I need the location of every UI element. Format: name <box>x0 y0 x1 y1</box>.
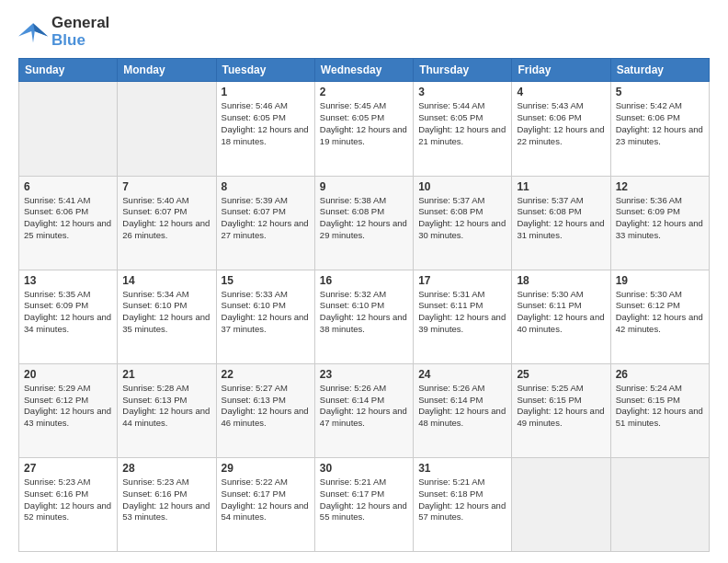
calendar-cell <box>118 82 216 176</box>
sunset-text: Sunset: 6:08 PM <box>517 206 581 216</box>
daylight-text: Daylight: 12 hours and 30 minutes. <box>418 218 506 240</box>
sunrise-text: Sunrise: 5:41 AM <box>24 195 90 205</box>
calendar-cell: 11Sunrise: 5:37 AMSunset: 6:08 PMDayligh… <box>512 176 610 270</box>
day-info: Sunrise: 5:40 AMSunset: 6:07 PMDaylight:… <box>122 195 210 242</box>
svg-marker-1 <box>33 23 48 36</box>
calendar-cell: 19Sunrise: 5:30 AMSunset: 6:12 PMDayligh… <box>610 270 709 363</box>
sunrise-text: Sunrise: 5:33 AM <box>222 289 288 299</box>
day-info: Sunrise: 5:43 AMSunset: 6:06 PMDaylight:… <box>517 100 605 147</box>
sunset-text: Sunset: 6:12 PM <box>24 395 88 405</box>
calendar-cell: 7Sunrise: 5:40 AMSunset: 6:07 PMDaylight… <box>118 176 216 270</box>
daylight-text: Daylight: 12 hours and 37 minutes. <box>222 312 309 334</box>
sunset-text: Sunset: 6:06 PM <box>616 112 680 122</box>
daylight-text: Daylight: 12 hours and 49 minutes. <box>517 406 604 428</box>
calendar-cell: 22Sunrise: 5:27 AMSunset: 6:13 PMDayligh… <box>216 363 314 457</box>
calendar-cell: 9Sunrise: 5:38 AMSunset: 6:08 PMDaylight… <box>314 176 413 270</box>
sunrise-text: Sunrise: 5:22 AM <box>222 477 288 487</box>
day-info: Sunrise: 5:31 AMSunset: 6:11 PMDaylight:… <box>418 289 506 336</box>
sunset-text: Sunset: 6:14 PM <box>418 395 483 405</box>
daylight-text: Daylight: 12 hours and 27 minutes. <box>222 218 309 240</box>
calendar-cell: 18Sunrise: 5:30 AMSunset: 6:11 PMDayligh… <box>512 270 610 363</box>
sunrise-text: Sunrise: 5:35 AM <box>24 289 90 299</box>
day-info: Sunrise: 5:46 AMSunset: 6:05 PMDaylight:… <box>222 100 310 147</box>
daylight-text: Daylight: 12 hours and 33 minutes. <box>616 218 703 240</box>
day-info: Sunrise: 5:41 AMSunset: 6:06 PMDaylight:… <box>24 195 112 242</box>
header: General Blue <box>18 15 710 49</box>
day-of-week-header: Sunday <box>19 59 118 82</box>
day-info: Sunrise: 5:26 AMSunset: 6:14 PMDaylight:… <box>320 383 408 430</box>
day-number: 25 <box>517 368 605 381</box>
day-info: Sunrise: 5:39 AMSunset: 6:07 PMDaylight:… <box>222 195 310 242</box>
day-number: 5 <box>616 86 704 98</box>
daylight-text: Daylight: 12 hours and 48 minutes. <box>418 406 506 428</box>
day-number: 31 <box>418 462 506 475</box>
calendar-cell: 5Sunrise: 5:42 AMSunset: 6:06 PMDaylight… <box>610 82 709 176</box>
day-number: 30 <box>320 462 408 475</box>
logo: General Blue <box>18 15 109 49</box>
day-number: 24 <box>418 368 506 381</box>
daylight-text: Daylight: 12 hours and 18 minutes. <box>222 124 309 146</box>
day-number: 17 <box>418 274 506 287</box>
sunrise-text: Sunrise: 5:43 AM <box>517 100 583 110</box>
sunset-text: Sunset: 6:13 PM <box>222 395 286 405</box>
calendar-week-row: 13Sunrise: 5:35 AMSunset: 6:09 PMDayligh… <box>19 270 710 363</box>
day-number: 20 <box>24 368 112 381</box>
day-info: Sunrise: 5:44 AMSunset: 6:05 PMDaylight:… <box>418 100 506 147</box>
day-number: 23 <box>320 368 408 381</box>
calendar-cell: 15Sunrise: 5:33 AMSunset: 6:10 PMDayligh… <box>216 270 314 363</box>
calendar-cell: 30Sunrise: 5:21 AMSunset: 6:17 PMDayligh… <box>314 457 413 551</box>
day-number: 3 <box>418 86 506 98</box>
day-info: Sunrise: 5:34 AMSunset: 6:10 PMDaylight:… <box>122 289 210 336</box>
sunrise-text: Sunrise: 5:32 AM <box>320 289 386 299</box>
sunset-text: Sunset: 6:05 PM <box>418 112 483 122</box>
day-number: 28 <box>122 462 210 475</box>
calendar-cell: 29Sunrise: 5:22 AMSunset: 6:17 PMDayligh… <box>216 457 314 551</box>
sunset-text: Sunset: 6:12 PM <box>616 300 680 310</box>
logo-icon <box>18 19 48 45</box>
day-number: 15 <box>222 274 310 287</box>
day-number: 6 <box>24 180 112 193</box>
calendar-cell: 27Sunrise: 5:23 AMSunset: 6:16 PMDayligh… <box>19 457 118 551</box>
sunrise-text: Sunrise: 5:40 AM <box>122 195 188 205</box>
calendar-week-row: 6Sunrise: 5:41 AMSunset: 6:06 PMDaylight… <box>19 176 710 270</box>
day-info: Sunrise: 5:38 AMSunset: 6:08 PMDaylight:… <box>320 195 408 242</box>
daylight-text: Daylight: 12 hours and 54 minutes. <box>222 500 309 523</box>
day-info: Sunrise: 5:21 AMSunset: 6:18 PMDaylight:… <box>418 477 506 523</box>
day-of-week-header: Monday <box>118 59 216 82</box>
sunrise-text: Sunrise: 5:37 AM <box>517 195 583 205</box>
sunset-text: Sunset: 6:17 PM <box>320 488 384 499</box>
daylight-text: Daylight: 12 hours and 44 minutes. <box>122 406 210 428</box>
day-of-week-header: Tuesday <box>216 59 314 82</box>
day-info: Sunrise: 5:37 AMSunset: 6:08 PMDaylight:… <box>418 195 506 242</box>
daylight-text: Daylight: 12 hours and 40 minutes. <box>517 312 604 334</box>
sunset-text: Sunset: 6:07 PM <box>122 206 187 216</box>
sunrise-text: Sunrise: 5:45 AM <box>320 100 386 110</box>
sunrise-text: Sunrise: 5:23 AM <box>24 477 90 487</box>
day-of-week-header: Wednesday <box>314 59 413 82</box>
sunset-text: Sunset: 6:05 PM <box>320 112 384 122</box>
day-number: 16 <box>320 274 408 287</box>
day-info: Sunrise: 5:22 AMSunset: 6:17 PMDaylight:… <box>222 477 310 523</box>
sunset-text: Sunset: 6:06 PM <box>517 112 581 122</box>
calendar-cell: 28Sunrise: 5:23 AMSunset: 6:16 PMDayligh… <box>118 457 216 551</box>
day-of-week-header: Saturday <box>610 59 709 82</box>
calendar-cell: 6Sunrise: 5:41 AMSunset: 6:06 PMDaylight… <box>19 176 118 270</box>
calendar-cell <box>19 82 118 176</box>
sunrise-text: Sunrise: 5:26 AM <box>320 383 386 393</box>
calendar-cell: 31Sunrise: 5:21 AMSunset: 6:18 PMDayligh… <box>414 457 512 551</box>
day-number: 8 <box>222 180 310 193</box>
day-number: 13 <box>24 274 112 287</box>
day-number: 18 <box>517 274 605 287</box>
sunset-text: Sunset: 6:08 PM <box>320 206 384 216</box>
day-number: 12 <box>616 180 704 193</box>
daylight-text: Daylight: 12 hours and 34 minutes. <box>24 312 111 334</box>
sunrise-text: Sunrise: 5:38 AM <box>320 195 386 205</box>
sunset-text: Sunset: 6:13 PM <box>122 395 187 405</box>
daylight-text: Daylight: 12 hours and 51 minutes. <box>616 406 703 428</box>
day-info: Sunrise: 5:23 AMSunset: 6:16 PMDaylight:… <box>122 477 210 523</box>
sunset-text: Sunset: 6:10 PM <box>222 300 286 310</box>
sunrise-text: Sunrise: 5:31 AM <box>418 289 484 299</box>
sunset-text: Sunset: 6:11 PM <box>418 300 483 310</box>
daylight-text: Daylight: 12 hours and 25 minutes. <box>24 218 111 240</box>
sunset-text: Sunset: 6:15 PM <box>616 395 680 405</box>
